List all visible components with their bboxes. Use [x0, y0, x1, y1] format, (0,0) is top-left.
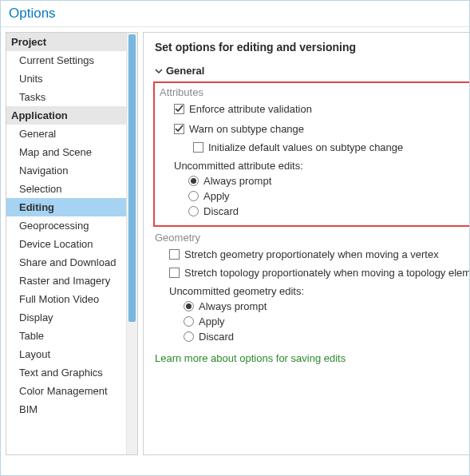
learn-more-link[interactable]: Learn more about options for saving edit…: [155, 352, 346, 364]
sidebar-item-navigation[interactable]: Navigation: [6, 161, 126, 180]
attributes-group-label: Attributes: [160, 86, 470, 98]
sidebar-item-full-motion-video[interactable]: Full Motion Video: [6, 290, 126, 308]
page-title: Set options for editing and versioning: [155, 41, 470, 54]
sidebar-item-layout[interactable]: Layout: [6, 345, 126, 363]
sidebar-item-table[interactable]: Table: [6, 327, 126, 345]
options-window: Options Project Current Settings Units T…: [0, 0, 470, 476]
radio-geom-apply[interactable]: [184, 316, 194, 327]
label-geom-apply: Apply: [199, 315, 225, 327]
sidebar-item-map-and-scene[interactable]: Map and Scene: [6, 143, 126, 161]
main-panel: Set options for editing and versioning G…: [138, 27, 470, 474]
chevron-down-icon: [155, 67, 163, 75]
radio-geom-always[interactable]: [184, 301, 194, 311]
sidebar-scrollbar-thumb[interactable]: [128, 34, 136, 322]
label-warn-subtype: Warn on subtype change: [189, 123, 304, 135]
radio-attr-apply[interactable]: [188, 191, 199, 201]
sidebar-item-units[interactable]: Units: [6, 69, 126, 88]
label-attr-discard: Discard: [203, 205, 239, 217]
sidebar-item-device-location[interactable]: Device Location: [6, 235, 126, 253]
radio-attr-always[interactable]: [188, 176, 199, 186]
uncommitted-geom-label: Uncommitted geometry edits:: [155, 285, 470, 297]
sidebar-item-geoprocessing[interactable]: Geoprocessing: [6, 216, 126, 235]
sidebar-item-bim[interactable]: BIM: [6, 400, 126, 418]
label-stretch-vertex: Stretch geometry proportionately when mo…: [184, 248, 439, 260]
checkbox-warn-subtype[interactable]: [174, 124, 184, 134]
sidebar-item-raster-and-imagery[interactable]: Raster and Imagery: [6, 272, 126, 290]
attributes-highlight: Attributes Enforce attribute validation …: [153, 81, 470, 227]
window-title: Options: [1, 1, 469, 27]
sidebar: Project Current Settings Units Tasks App…: [1, 27, 138, 474]
geometry-group-label: Geometry: [155, 232, 470, 244]
checkbox-enforce-validation[interactable]: [174, 104, 184, 114]
sidebar-item-editing[interactable]: Editing: [6, 198, 126, 216]
checkbox-stretch-topology[interactable]: [169, 268, 180, 278]
label-init-defaults: Initialize default values on subtype cha…: [208, 141, 403, 153]
label-attr-always: Always prompt: [203, 175, 271, 187]
sidebar-item-share-and-download[interactable]: Share and Download: [6, 253, 126, 272]
uncommitted-attr-label: Uncommitted attribute edits:: [160, 160, 470, 172]
checkbox-init-defaults[interactable]: [193, 142, 203, 153]
section-general-header[interactable]: General: [155, 65, 470, 77]
radio-geom-discard[interactable]: [184, 331, 194, 342]
radio-attr-discard[interactable]: [188, 206, 199, 216]
label-geom-always: Always prompt: [199, 300, 267, 312]
sidebar-item-tasks[interactable]: Tasks: [6, 88, 126, 106]
label-geom-discard: Discard: [199, 331, 234, 343]
sidebar-header-project: Project: [6, 33, 126, 51]
label-stretch-topology: Stretch topology proportionately when mo…: [184, 267, 470, 279]
sidebar-header-application: Application: [6, 106, 126, 125]
sidebar-item-general[interactable]: General: [6, 125, 126, 143]
label-enforce-validation: Enforce attribute validation: [189, 103, 312, 115]
sidebar-item-color-management[interactable]: Color Management: [6, 382, 126, 400]
sidebar-scrollbar[interactable]: [126, 33, 137, 454]
sidebar-item-selection[interactable]: Selection: [6, 180, 126, 198]
sidebar-item-text-and-graphics[interactable]: Text and Graphics: [6, 363, 126, 382]
checkbox-stretch-vertex[interactable]: [169, 249, 180, 260]
sidebar-item-display[interactable]: Display: [6, 308, 126, 327]
label-attr-apply: Apply: [203, 190, 230, 202]
section-general-label: General: [166, 65, 204, 77]
sidebar-item-current-settings[interactable]: Current Settings: [6, 51, 126, 69]
